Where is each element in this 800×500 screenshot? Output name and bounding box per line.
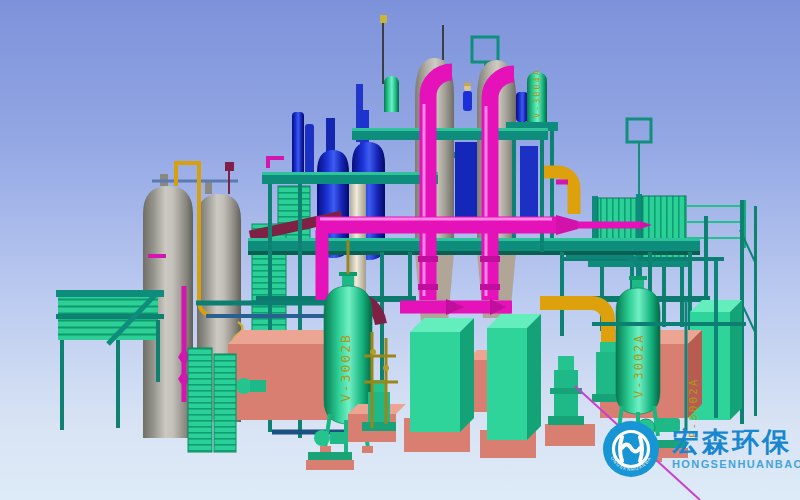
label-v3002b: V-3002B (338, 333, 353, 402)
platform-mid-edge (262, 172, 438, 175)
small-green-column (384, 76, 399, 112)
platform-upper-edge (352, 128, 548, 131)
label-v3002a: V-3002A (632, 333, 646, 398)
plate-heat-exchangers-left (188, 348, 236, 452)
green-box-1 (410, 318, 474, 432)
blue-panel-2 (520, 146, 538, 226)
company-logo: HONGSENHUANBAO 宏森环保 HONGSENHUANBAO (602, 420, 800, 478)
worker-figure (463, 83, 472, 111)
logo-chinese-name: 宏森环保 (672, 428, 800, 456)
plant-3d-render: V-3004A V-3002B V-3002A P-3002A HONGSENH… (0, 0, 800, 500)
pump-left (236, 378, 266, 394)
logo-mark-icon: HONGSENHUANBAO (602, 420, 660, 478)
tank-relief-valve (225, 162, 234, 171)
label-v3004a: V-3004A (532, 68, 542, 118)
green-box-2 (487, 314, 541, 440)
logo-latin-name: HONGSENHUANBAO (672, 458, 800, 470)
